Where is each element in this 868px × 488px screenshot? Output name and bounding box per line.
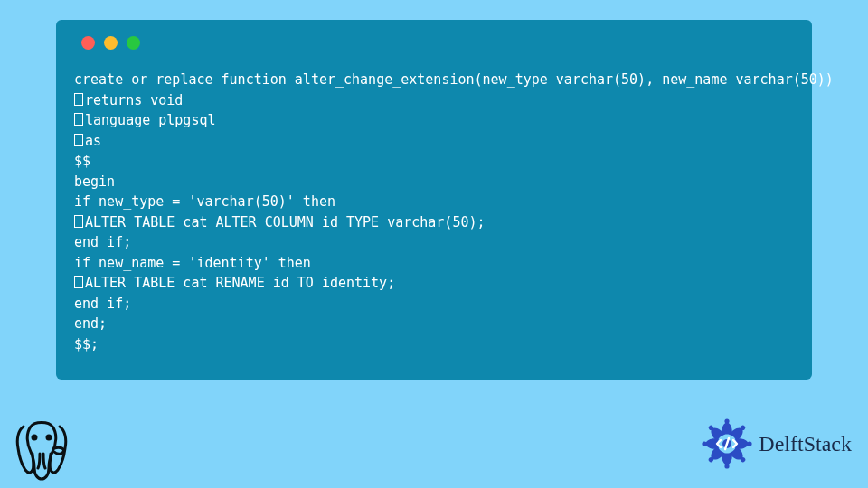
svg-point-1 xyxy=(47,436,51,439)
code-text: if new_name = 'identity' then xyxy=(74,255,311,271)
code-text: end if; xyxy=(74,296,131,312)
svg-point-3 xyxy=(725,418,730,423)
delftstack-brand: DelftStack xyxy=(701,418,852,470)
code-window: create or replace function alter_change_… xyxy=(56,20,812,380)
code-line: returns void xyxy=(74,90,794,111)
brand-name: DelftStack xyxy=(759,432,852,456)
code-text: $$ xyxy=(74,153,90,169)
code-line: language plpgsql xyxy=(74,110,794,131)
code-text: create or replace function alter_change_… xyxy=(74,71,834,88)
code-text: returns void xyxy=(85,92,183,108)
code-text: end if; xyxy=(74,234,131,250)
delftstack-logo-icon xyxy=(701,418,753,470)
svg-point-0 xyxy=(33,436,36,439)
code-text: if new_type = 'varchar(50)' then xyxy=(74,193,335,210)
window-traffic-lights xyxy=(81,36,794,50)
code-line: begin xyxy=(74,172,794,192)
indent-glyph-icon xyxy=(74,113,83,126)
indent-glyph-icon xyxy=(74,93,83,106)
indent-glyph-icon xyxy=(74,134,83,146)
code-line: end if; xyxy=(74,294,794,314)
code-line: create or replace function alter_change_… xyxy=(74,70,794,90)
code-line: as xyxy=(74,131,794,152)
code-block: create or replace function alter_change_… xyxy=(74,70,794,354)
code-text: begin xyxy=(74,174,115,190)
minimize-icon xyxy=(104,36,118,50)
code-text: $$; xyxy=(74,336,99,352)
close-icon xyxy=(81,36,95,50)
postgres-logo-icon xyxy=(13,418,71,481)
code-text: language plpgsql xyxy=(85,112,216,128)
footer: DelftStack xyxy=(0,398,868,488)
code-line: if new_type = 'varchar(50)' then xyxy=(74,192,794,212)
code-line: ALTER TABLE cat RENAME id TO identity; xyxy=(74,273,794,294)
code-line: $$; xyxy=(74,334,794,355)
maximize-icon xyxy=(127,36,140,50)
code-line: end if; xyxy=(74,232,794,253)
code-line: ALTER TABLE cat ALTER COLUMN id TYPE var… xyxy=(74,212,794,233)
code-line: if new_name = 'identity' then xyxy=(74,253,794,274)
code-text: end; xyxy=(74,315,107,332)
code-line: $$ xyxy=(74,151,794,172)
code-text: ALTER TABLE cat RENAME id TO identity; xyxy=(85,275,395,291)
indent-glyph-icon xyxy=(74,276,83,288)
code-text: as xyxy=(85,133,101,149)
indent-glyph-icon xyxy=(74,215,83,228)
code-text: ALTER TABLE cat ALTER COLUMN id TYPE var… xyxy=(85,214,486,230)
code-line: end; xyxy=(74,314,794,334)
